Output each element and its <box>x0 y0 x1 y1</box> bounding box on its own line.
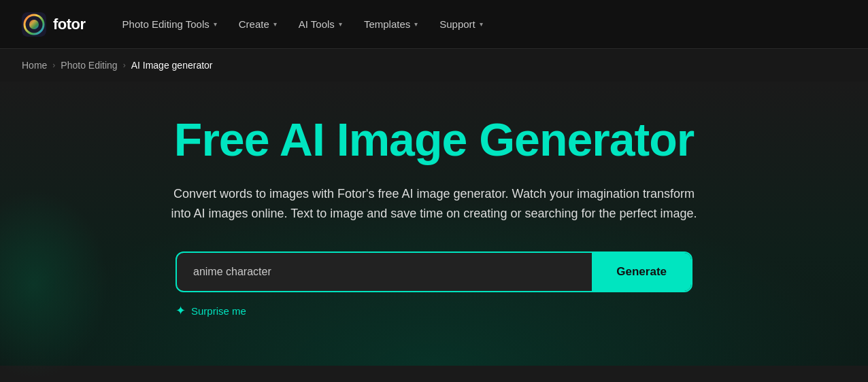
breadcrumb-current: AI Image generator <box>131 60 213 71</box>
main-nav: fotor Photo Editing Tools ▾ Create ▾ AI … <box>0 0 868 49</box>
chevron-down-icon: ▾ <box>414 20 418 28</box>
nav-item-photo-editing-tools[interactable]: Photo Editing Tools ▾ <box>113 13 227 35</box>
sparkle-icon: ✦ <box>176 303 186 318</box>
hero-section: Free AI Image Generator Convert words to… <box>0 82 868 366</box>
logo[interactable]: fotor <box>22 12 86 37</box>
surprise-row: ✦ Surprise me <box>176 303 246 318</box>
search-input[interactable] <box>177 254 592 290</box>
breadcrumb-photo-editing[interactable]: Photo Editing <box>61 60 117 71</box>
search-box: Generate <box>176 251 692 292</box>
nav-item-ai-tools[interactable]: AI Tools ▾ <box>289 13 352 35</box>
nav-item-templates[interactable]: Templates ▾ <box>354 13 427 35</box>
nav-item-support[interactable]: Support ▾ <box>430 13 493 35</box>
chevron-down-icon: ▾ <box>339 20 342 28</box>
svg-point-2 <box>29 20 39 29</box>
chevron-down-icon: ▾ <box>214 20 217 28</box>
nav-items: Photo Editing Tools ▾ Create ▾ AI Tools … <box>113 13 493 35</box>
chevron-down-icon: ▾ <box>273 20 277 28</box>
generate-button[interactable]: Generate <box>592 253 691 291</box>
breadcrumb-home[interactable]: Home <box>22 60 47 71</box>
nav-item-create[interactable]: Create ▾ <box>229 13 286 35</box>
chevron-down-icon: ▾ <box>480 20 483 28</box>
breadcrumb-separator-1: › <box>52 60 55 70</box>
breadcrumb: Home › Photo Editing › AI Image generato… <box>0 49 868 82</box>
logo-icon <box>22 12 46 37</box>
page-title: Free AI Image Generator <box>174 114 694 165</box>
surprise-me-button[interactable]: Surprise me <box>191 305 246 317</box>
page-description: Convert words to images with Fotor's fre… <box>169 184 699 224</box>
breadcrumb-separator-2: › <box>123 60 126 70</box>
logo-text: fotor <box>53 16 86 33</box>
